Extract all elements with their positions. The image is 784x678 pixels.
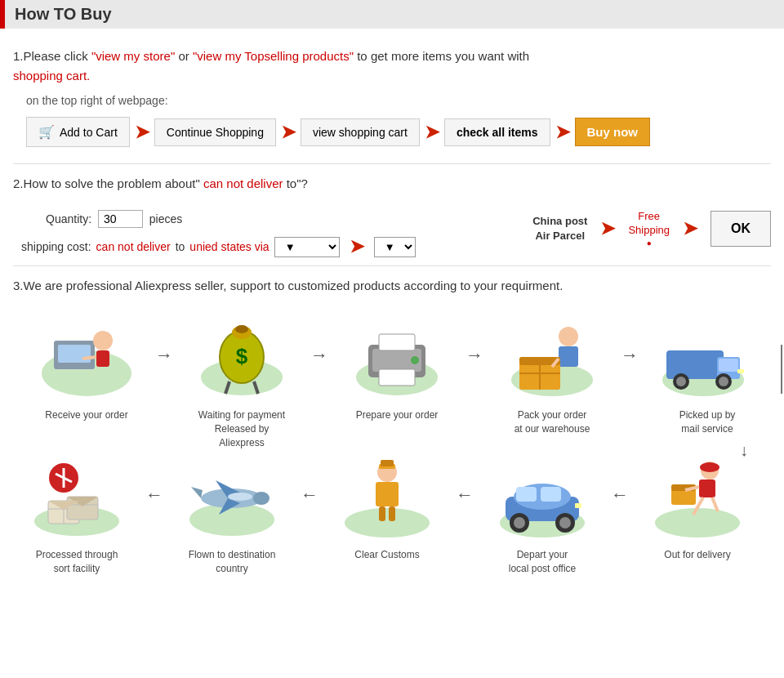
process-arrow-1: → <box>152 312 176 366</box>
section1-prefix: 1.Please click <box>13 49 91 63</box>
waiting-payment-icon: $ <box>193 316 291 398</box>
svg-point-19 <box>411 356 419 364</box>
connector-line <box>781 345 782 394</box>
svg-rect-31 <box>719 359 738 372</box>
section1-title: 1.Please click "view my store" or "view … <box>13 47 771 86</box>
process-item-1: Receive your order <box>21 312 152 422</box>
svg-rect-22 <box>559 346 578 367</box>
svg-rect-62 <box>389 506 395 521</box>
check-items-button[interactable]: check all items <box>444 118 550 146</box>
svg-point-37 <box>655 508 740 537</box>
section-2: 2.How to solve the problem about" can no… <box>13 174 771 262</box>
page-header: How TO Buy <box>0 0 784 29</box>
arrow-4: ➤ <box>555 122 570 143</box>
label-4: Pack your orderat our warehouse <box>514 408 590 436</box>
svg-point-35 <box>719 377 728 386</box>
ok-button[interactable]: OK <box>710 211 771 247</box>
section2-arrow: ➤ <box>600 218 615 239</box>
label-6: Out for delivery <box>664 548 730 562</box>
process-arrow-2: → <box>307 312 332 366</box>
svg-rect-59 <box>381 460 394 466</box>
view-cart-label: view shopping cart <box>313 126 408 139</box>
svg-point-33 <box>676 377 686 386</box>
shipping-dropdown-2[interactable]: ▼ <box>374 237 416 257</box>
free-line1: Free <box>628 210 670 224</box>
section2-right: China post Air Parcel ➤ Free Shipping ● … <box>532 202 771 248</box>
china-post-box: China post Air Parcel <box>532 214 587 243</box>
svg-rect-61 <box>379 506 385 521</box>
process-arrow-8: ← <box>142 452 167 506</box>
label-2: Waiting for paymentReleased by Aliexpres… <box>193 408 291 449</box>
china-post-line1: China post <box>532 214 587 229</box>
s2-suffix: to"? <box>287 176 308 190</box>
process-item-4: Pack your orderat our warehouse <box>487 312 617 436</box>
arrow-1: ➤ <box>135 122 149 143</box>
add-to-cart-button[interactable]: 🛒 Add to Cart <box>26 117 130 147</box>
label-7: Depart yourlocal post office <box>509 548 577 576</box>
process-arrow-5: ← <box>608 452 632 506</box>
svg-point-39 <box>700 462 719 472</box>
clear-customs-icon <box>338 456 436 537</box>
page-wrapper: How TO Buy 1.Please click "view my store… <box>0 0 784 589</box>
icon-box-7 <box>489 452 595 542</box>
divider-2 <box>13 265 771 266</box>
view-topselling-link[interactable]: "view my Topselling products" <box>193 49 354 63</box>
process-row-2: Out for delivery ← <box>21 452 763 576</box>
china-post-line2: Air Parcel <box>532 229 587 243</box>
svg-marker-66 <box>191 487 203 498</box>
process-item-7: Depart yourlocal post office <box>477 452 608 576</box>
svg-point-21 <box>559 327 578 346</box>
s2-red: can not deliver <box>203 176 283 190</box>
svg-rect-29 <box>666 350 724 379</box>
arrow-2: ➤ <box>281 122 296 143</box>
section-1: 1.Please click "view my store" or "view … <box>0 40 784 589</box>
icon-box-1 <box>33 312 140 402</box>
process-item-10: Processed throughsort facility <box>11 452 142 576</box>
svg-rect-40 <box>699 480 715 497</box>
buy-now-label: Buy now <box>587 125 639 139</box>
section3-title: 3.We are professional Aliexpress seller,… <box>13 276 771 296</box>
pickup-icon <box>658 316 756 398</box>
section2-inner: Quantity: pieces shipping cost: can not … <box>13 202 771 262</box>
continue-shopping-label: Continue Shopping <box>167 126 264 139</box>
continue-shopping-button[interactable]: Continue Shopping <box>154 118 276 146</box>
label-3: Prepare your order <box>356 408 439 422</box>
view-store-link[interactable]: "view my store" <box>91 49 175 63</box>
svg-point-52 <box>514 517 525 529</box>
section2-left: Quantity: pieces shipping cost: can not … <box>13 202 516 262</box>
cart-flow: 🛒 Add to Cart ➤ Continue Shopping ➤ view… <box>26 117 771 147</box>
svg-point-65 <box>253 492 270 505</box>
svg-rect-4 <box>96 350 109 367</box>
svg-line-5 <box>82 357 96 359</box>
shipping-dropdown-1[interactable]: ▼ <box>274 237 340 257</box>
page-title: How TO Buy <box>15 5 774 24</box>
svg-point-56 <box>345 508 430 537</box>
qty-input[interactable] <box>98 210 143 228</box>
view-cart-button[interactable]: view shopping cart <box>301 118 420 146</box>
free-icon: ● <box>628 238 670 248</box>
icon-box-5 <box>654 312 760 402</box>
connector-down <box>773 312 782 394</box>
svg-point-69 <box>228 493 252 501</box>
shipping-mid: to <box>176 240 185 253</box>
shipping-label: shipping cost: <box>21 240 91 253</box>
buy-now-button[interactable]: Buy now <box>575 118 651 146</box>
check-items-label: check all items <box>457 126 538 139</box>
out-delivery-icon <box>648 456 746 537</box>
svg-text:$: $ <box>236 344 248 368</box>
icon-box-10 <box>24 452 130 542</box>
icon-box-9 <box>179 452 285 542</box>
svg-rect-50 <box>541 487 561 502</box>
process-item-3: Prepare your order <box>332 312 462 422</box>
flown-destination-icon <box>183 456 281 537</box>
receive-order-icon <box>38 316 136 398</box>
svg-rect-17 <box>379 334 415 350</box>
label-1: Receive your order <box>45 408 127 422</box>
svg-rect-55 <box>575 503 581 508</box>
shipping-country-link[interactable]: unied states via <box>189 240 269 253</box>
icon-box-8 <box>334 452 440 542</box>
icon-box-2: $ <box>189 312 295 402</box>
arrow-3: ➤ <box>425 122 439 143</box>
qty-label: Quantity: <box>46 212 91 225</box>
label-8: Clear Customs <box>354 548 419 562</box>
